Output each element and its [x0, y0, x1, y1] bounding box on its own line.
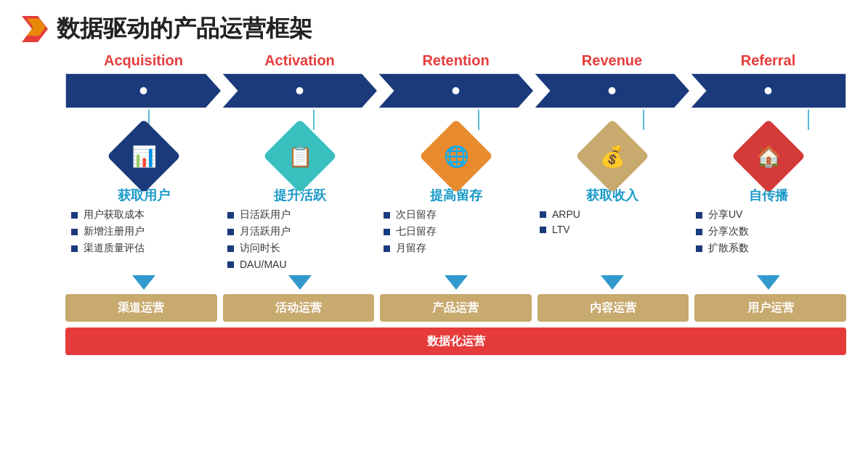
down-arrow-referral — [757, 275, 780, 290]
bottom-tag-activation: 活动运营 — [223, 294, 375, 322]
bullet-square-icon — [71, 229, 78, 235]
arrow-bar-svg — [65, 72, 846, 110]
svg-point-9 — [453, 87, 460, 94]
down-arrow-col-retention — [378, 275, 534, 290]
bullet-square-icon — [71, 212, 78, 219]
down-arrows-row — [65, 275, 846, 290]
bullet-text: 分享次数 — [708, 225, 749, 238]
arrow-bar — [65, 72, 846, 110]
bullet-item: 扩散系数 — [696, 242, 840, 255]
title-row: 数据驱动的产品运营框架 — [22, 13, 846, 45]
diamond-icon-retention: 🌐 — [443, 145, 469, 168]
bullet-text: ARPU — [552, 208, 580, 220]
svg-point-12 — [609, 87, 616, 94]
bullet-item: 新增注册用户 — [71, 225, 216, 238]
bullet-square-icon — [384, 245, 390, 252]
bullet-square-icon — [696, 245, 702, 252]
bullet-text: 渠道质量评估 — [84, 242, 145, 255]
category-label-activation: Activation — [222, 52, 378, 72]
vert-line-2 — [478, 110, 479, 130]
category-label-retention: Retention — [378, 52, 534, 72]
category-label-acquisition: Acquisition — [65, 52, 222, 72]
bullet-text: 用户获取成本 — [84, 208, 145, 221]
bullet-col-referral: 分享UV分享次数扩散系数 — [690, 208, 846, 255]
bottom-tag-referral: 用户运营 — [694, 294, 846, 322]
bottom-tag-retention: 产品运营 — [380, 294, 532, 322]
bullet-square-icon — [227, 212, 234, 219]
bullet-col-acquisition: 用户获取成本新增注册用户渠道质量评估 — [65, 208, 222, 255]
page-title: 数据驱动的产品运营框架 — [57, 13, 312, 45]
bullet-item: 月活跃用户 — [227, 225, 372, 238]
diamond-icon-activation: 📋 — [287, 145, 312, 168]
bullet-text: 次日留存 — [396, 208, 437, 221]
bullet-item: 访问时长 — [227, 242, 372, 255]
bullet-item: 七日留存 — [384, 225, 528, 238]
bullet-square-icon — [384, 229, 390, 235]
bullet-text: 新增注册用户 — [84, 225, 145, 238]
icon-wrapper-retention: 🌐 — [378, 130, 534, 182]
diamond-icon-acquisition: 📊 — [131, 145, 156, 168]
bullet-text: 月留存 — [396, 242, 426, 255]
bullet-text: 日活跃用户 — [240, 208, 291, 221]
bullet-item: 月留存 — [384, 242, 528, 255]
bullet-col-revenue: ARPULTV — [534, 208, 690, 235]
bullet-text: 扩散系数 — [708, 242, 749, 255]
svg-point-6 — [296, 87, 304, 94]
bullet-square-icon — [696, 212, 702, 219]
bullet-square-icon — [227, 229, 234, 235]
diamond-acquisition: 📊 — [107, 119, 181, 193]
diamond-revenue: 💰 — [575, 119, 649, 193]
category-label-revenue: Revenue — [534, 52, 690, 72]
bullet-square-icon — [696, 229, 702, 235]
down-arrow-retention — [445, 275, 468, 290]
bullet-text: 访问时长 — [240, 242, 280, 255]
diamond-icon-revenue: 💰 — [599, 145, 625, 168]
down-arrow-col-activation — [222, 275, 378, 290]
bullet-text: LTV — [552, 224, 570, 235]
svg-point-3 — [140, 87, 147, 94]
down-arrow-acquisition — [132, 275, 155, 290]
icons-row: 📊📋🌐💰🏠 — [65, 130, 846, 182]
icon-wrapper-revenue: 💰 — [534, 130, 690, 182]
bullet-item: 次日留存 — [384, 208, 528, 221]
bullet-item: 分享次数 — [696, 225, 840, 238]
vert-line-1 — [313, 110, 315, 130]
bullet-item: LTV — [540, 224, 684, 235]
bullet-item: 分享UV — [696, 208, 840, 221]
page: 数据驱动的产品运营框架 AcquisitionActivationRetenti… — [0, 0, 868, 472]
bullet-item: DAU/MAU — [227, 259, 372, 270]
bullet-item: ARPU — [540, 208, 684, 220]
bullet-text: DAU/MAU — [240, 259, 287, 270]
icon-wrapper-acquisition: 📊 — [65, 130, 222, 182]
diamond-activation: 📋 — [263, 119, 337, 193]
bullet-square-icon — [227, 261, 234, 268]
bullet-item: 渠道质量评估 — [71, 242, 216, 255]
title-chevron-icon — [22, 16, 48, 42]
down-arrow-activation — [288, 275, 312, 290]
down-arrow-col-acquisition — [65, 275, 222, 290]
bullet-col-retention: 次日留存七日留存月留存 — [378, 208, 534, 255]
bullet-col-activation: 日活跃用户月活跃用户访问时长DAU/MAU — [222, 208, 378, 270]
bottom-bar: 数据化运营 — [65, 327, 846, 355]
bottom-tags-row: 渠道运营活动运营产品运营内容运营用户运营 — [65, 294, 846, 322]
bullet-item: 日活跃用户 — [227, 208, 372, 221]
bullet-square-icon — [227, 245, 234, 252]
icon-wrapper-activation: 📋 — [222, 130, 378, 182]
down-arrow-col-revenue — [534, 275, 690, 290]
diamond-retention: 🌐 — [419, 119, 493, 193]
svg-point-15 — [765, 87, 772, 94]
bullet-text: 月活跃用户 — [240, 225, 291, 238]
vert-line-4 — [808, 110, 809, 130]
diamond-icon-referral: 🏠 — [755, 145, 781, 168]
vert-line-3 — [643, 110, 644, 130]
down-arrow-revenue — [601, 275, 624, 290]
bullet-square-icon — [384, 212, 390, 219]
category-label-referral: Referral — [690, 52, 846, 72]
bottom-tag-revenue: 内容运营 — [538, 294, 689, 322]
bottom-tag-acquisition: 渠道运营 — [65, 294, 217, 322]
bullet-text: 分享UV — [708, 208, 742, 221]
category-labels-row: AcquisitionActivationRetentionRevenueRef… — [65, 52, 846, 72]
icon-wrapper-referral: 🏠 — [690, 130, 846, 182]
bullet-square-icon — [71, 245, 78, 252]
bullet-text: 七日留存 — [396, 225, 437, 238]
